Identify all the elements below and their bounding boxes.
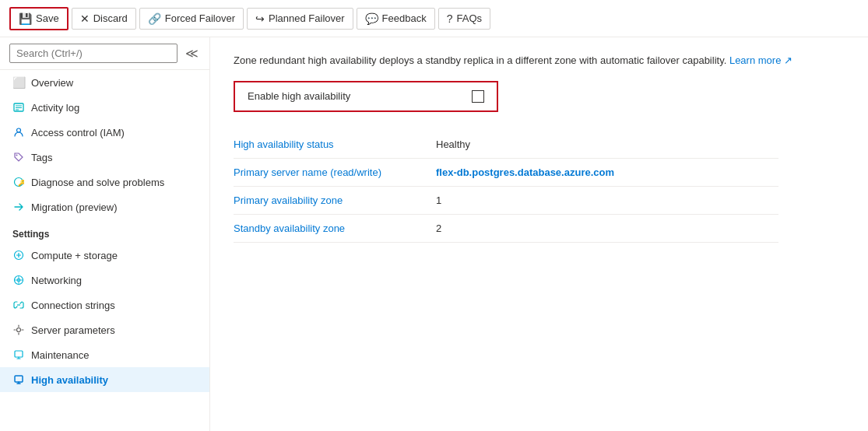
sidebar-item-access-control[interactable]: Access control (IAM): [0, 120, 209, 145]
table-row: High availability statusHealthy: [234, 131, 778, 158]
svg-point-4: [17, 128, 21, 132]
row-label: High availability status: [234, 131, 436, 158]
sidebar-item-label: Connection strings: [31, 300, 115, 311]
table-row: Primary server name (read/write)flex-db.…: [234, 159, 778, 186]
search-input[interactable]: [9, 44, 177, 63]
sidebar-item-label: Overview: [31, 77, 73, 89]
sidebar-item-label: Networking: [31, 275, 82, 286]
sidebar-item-label: High availability: [31, 374, 108, 386]
main-container: ≪ ⬜ Overview Activity log Access control…: [0, 37, 868, 431]
row-value: 1: [436, 187, 778, 214]
row-value: 2: [436, 215, 778, 242]
overview-icon: ⬜: [12, 76, 25, 89]
content-area: Zone redundant high availability deploys…: [210, 37, 868, 431]
table-divider: [234, 242, 778, 243]
save-icon: 💾: [19, 12, 32, 25]
access-control-icon: [12, 126, 25, 138]
sidebar-item-tags[interactable]: Tags: [0, 145, 209, 170]
row-value: Healthy: [436, 131, 778, 158]
enable-ha-label: Enable high availability: [248, 90, 350, 102]
save-label: Save: [36, 12, 59, 24]
sidebar-item-overview[interactable]: ⬜ Overview: [0, 70, 209, 95]
sidebar-item-label: Access control (IAM): [31, 127, 125, 138]
faqs-button[interactable]: ? FAQs: [438, 8, 490, 30]
svg-rect-13: [15, 351, 23, 357]
sidebar-item-networking[interactable]: Networking: [0, 268, 209, 293]
sidebar-item-label: Server parameters: [31, 324, 115, 336]
migration-icon: [12, 201, 25, 213]
enable-ha-box: Enable high availability: [234, 81, 498, 112]
row-value: flex-db.postgres.database.azure.com: [436, 159, 778, 186]
save-button[interactable]: 💾 Save: [9, 7, 69, 30]
sidebar-item-label: Migration (preview): [31, 201, 118, 213]
status-table: High availability statusHealthyPrimary s…: [234, 131, 778, 243]
maintenance-icon: [12, 349, 25, 361]
sidebar-item-label: Tags: [31, 152, 52, 163]
feedback-label: Feedback: [382, 12, 427, 24]
collapse-button[interactable]: ≪: [184, 44, 200, 62]
sidebar-item-maintenance[interactable]: Maintenance: [0, 342, 209, 367]
discard-button[interactable]: ✕ Discard: [72, 8, 136, 30]
sidebar-item-label: Activity log: [31, 102, 79, 114]
sidebar-item-label: Diagnose and solve problems: [31, 177, 164, 188]
svg-rect-14: [15, 376, 23, 382]
connection-strings-icon: [12, 299, 25, 311]
diagnose-icon: 🔑: [12, 176, 25, 188]
discard-label: Discard: [93, 12, 128, 24]
svg-point-5: [16, 155, 18, 156]
sidebar-item-compute-storage[interactable]: Compute + storage: [0, 243, 209, 268]
high-availability-icon: [12, 373, 25, 386]
forced-failover-label: Forced Failover: [165, 12, 235, 24]
svg-point-12: [17, 328, 21, 332]
sidebar-item-migration[interactable]: Migration (preview): [0, 194, 209, 219]
row-label: Standby availability zone: [234, 215, 436, 242]
feedback-button[interactable]: 💬 Feedback: [357, 8, 435, 30]
row-label: Primary server name (read/write): [234, 159, 436, 186]
table-row: Primary availability zone1: [234, 187, 778, 214]
compute-storage-icon: [12, 249, 25, 261]
sidebar-item-diagnose[interactable]: 🔑 Diagnose and solve problems: [0, 170, 209, 194]
toolbar: 💾 Save ✕ Discard 🔗 Forced Failover ↪ Pla…: [0, 0, 868, 37]
forced-failover-icon: 🔗: [148, 12, 161, 25]
activity-log-icon: [12, 101, 25, 114]
feedback-icon: 💬: [365, 12, 378, 25]
planned-failover-label: Planned Failover: [269, 12, 345, 24]
faqs-icon: ?: [447, 12, 453, 25]
svg-text:🔑: 🔑: [18, 179, 25, 187]
table-row: Standby availability zone2: [234, 215, 778, 242]
tags-icon: [12, 151, 25, 163]
server-parameters-icon: [12, 324, 25, 336]
sidebar: ≪ ⬜ Overview Activity log Access control…: [0, 37, 210, 431]
sidebar-item-label: Maintenance: [31, 349, 89, 361]
sidebar-item-label: Compute + storage: [31, 250, 118, 261]
sidebar-item-high-availability[interactable]: High availability: [0, 367, 209, 392]
search-container: ≪: [0, 37, 209, 70]
networking-icon: [12, 274, 25, 286]
forced-failover-button[interactable]: 🔗 Forced Failover: [139, 8, 244, 30]
enable-ha-checkbox[interactable]: [472, 90, 484, 103]
discard-icon: ✕: [80, 12, 90, 25]
sidebar-item-server-parameters[interactable]: Server parameters: [0, 317, 209, 342]
planned-failover-button[interactable]: ↪ Planned Failover: [247, 8, 353, 30]
faqs-label: FAQs: [456, 12, 482, 24]
description-text: Zone redundant high availability deploys…: [234, 53, 845, 68]
row-label: Primary availability zone: [234, 187, 436, 214]
sidebar-item-activity-log[interactable]: Activity log: [0, 95, 209, 120]
planned-failover-icon: ↪: [255, 12, 265, 25]
settings-section-label: Settings: [0, 219, 209, 243]
sidebar-item-connection-strings[interactable]: Connection strings: [0, 293, 209, 317]
learn-more-link[interactable]: Learn more ↗: [729, 54, 792, 66]
